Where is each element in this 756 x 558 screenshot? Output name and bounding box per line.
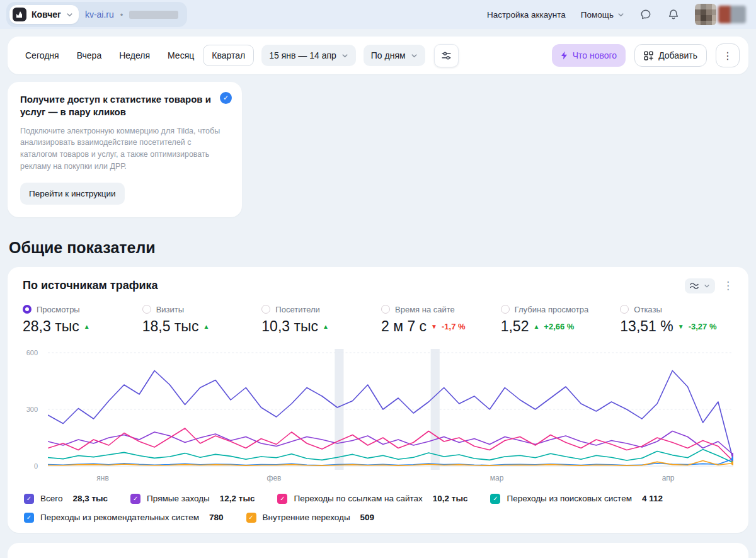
metric-radio-visits[interactable] [142,305,151,314]
help-menu[interactable]: Помощь [581,10,624,20]
trend-arrow-icon: ▲ [533,323,539,330]
legend-value: 10,2 тыс [433,494,468,503]
metric-bounce-rate[interactable]: Отказы13,51 %▼-3,27 % [620,305,733,335]
add-grid-icon [644,51,653,60]
help-label: Помощь [581,10,614,20]
sliders-icon [441,50,452,61]
period-toolbar: СегодняВчераНеделяМесяцКвартал 15 янв — … [8,37,748,74]
x-axis-label: апр [662,474,675,482]
metric-label: Посетители [275,305,320,314]
granularity-selector[interactable]: По дням [364,45,425,66]
legend-label: Переходы по ссылкам на сайтах [294,494,422,503]
metric-value: 18,5 тыс▲ [142,318,256,335]
legend-checkbox-internal[interactable]: ✓ [246,513,256,523]
metric-delta: -1,7 % [442,322,466,331]
legend-checkbox-total[interactable]: ✓ [24,494,34,504]
metric-delta: +2,66 % [544,322,574,331]
traffic-chart-svg [48,349,733,470]
legend-checkbox-site-links[interactable]: ✓ [277,494,287,504]
widget-kebab-menu[interactable]: ⋮ [723,279,733,292]
header-right: Настройка аккаунта Помощь [487,4,746,25]
period-tab-today[interactable]: Сегодня [16,45,68,66]
y-axis-tick-label: 300 [26,406,38,413]
metric-radio-time-on-site[interactable] [381,305,390,314]
metric-visitors[interactable]: Посетители10,3 тыс▲ [261,305,375,335]
legend-item-site-links: ✓Переходы по ссылкам на сайтах10,2 тыс [277,494,467,504]
legend-checkbox-direct[interactable]: ✓ [130,494,140,504]
y-axis-tick-label: 0 [34,462,38,470]
legend-value: 28,3 тыс [72,494,108,503]
trend-arrow-icon: ▲ [323,323,329,330]
date-range-selector[interactable]: 15 янв — 14 апр [261,45,356,66]
metric-label: Просмотры [37,305,80,314]
promo-instruction-button[interactable]: Перейти к инструкции [20,183,125,205]
metric-label: Отказы [634,305,662,314]
metric-pageviews[interactable]: Просмотры28,3 тыс▲ [23,305,136,335]
site-link[interactable]: kv-ai.ru [85,9,114,20]
legend-label: Всего [40,494,62,503]
add-widget-button[interactable]: Добавить [634,44,707,67]
metric-time-on-site[interactable]: Время на сайте2 м 7 с▼-1,7 % [381,305,495,335]
ecommerce-promo-card: Получите доступ к статистике товаров и у… [8,82,242,217]
bell-icon[interactable] [667,8,680,21]
y-axis-tick-label: 600 [26,349,38,356]
trend-arrow-icon: ▼ [678,323,684,330]
top-header: Ковчег kv-ai.ru • Настройка аккаунта Пом… [0,0,756,29]
add-label: Добавить [658,50,697,60]
legend-item-internal: ✓Внутренние переходы509 [246,513,375,523]
legend-item-total: ✓Всего28,3 тыс [24,494,108,504]
promo-body: Подключите электронную коммерцию для Til… [20,125,229,173]
trend-arrow-icon: ▲ [84,323,90,330]
metric-radio-depth[interactable] [501,305,510,314]
granularity-label: По дням [371,50,406,60]
account-settings-link[interactable]: Настройка аккаунта [487,10,566,20]
chevron-down-icon [66,11,73,18]
metric-radio-bounce-rate[interactable] [620,305,629,314]
metric-radio-pageviews[interactable] [23,305,32,314]
line-chart-icon [690,282,700,290]
chevron-down-icon [341,52,348,59]
metric-label: Визиты [156,305,184,314]
period-tab-month[interactable]: Месяц [159,45,203,66]
x-axis-label: мар [490,474,504,482]
metric-visits[interactable]: Визиты18,5 тыс▲ [142,305,256,335]
lightning-icon [561,51,568,60]
metric-value: 2 м 7 с▼-1,7 % [381,318,495,335]
legend-label: Переходы из поисковых систем [507,494,631,503]
toolbar-kebab-menu[interactable]: ⋮ [716,43,740,67]
whats-new-button[interactable]: Что нового [552,44,626,67]
metric-depth[interactable]: Глубина просмотра1,52▲+2,66 % [501,305,614,335]
chart-legend: ✓Всего28,3 тыс✓Прямые заходы12,2 тыс✓Пер… [23,494,733,523]
metrics-row: Просмотры28,3 тыс▲Визиты18,5 тыс▲Посетит… [23,305,733,335]
chart-type-selector[interactable] [685,278,715,293]
period-tab-quarter[interactable]: Квартал [203,45,254,66]
separator-dot: • [120,10,123,20]
traffic-chart[interactable]: 0300600 янвфевмарапр [23,349,733,486]
counter-selector[interactable]: Ковчег [9,5,79,24]
metric-label: Глубина просмотра [515,305,589,314]
legend-value: 12,2 тыс [220,494,255,503]
segment-filter-button[interactable] [434,44,459,67]
whats-new-label: Что нового [573,50,617,60]
next-widget-strip [8,543,748,558]
period-tab-yesterday[interactable]: Вчера [68,45,111,66]
user-avatar[interactable] [695,4,746,25]
legend-item-direct: ✓Прямые заходы12,2 тыс [130,494,255,504]
trend-arrow-icon: ▲ [203,323,209,330]
metric-value: 10,3 тыс▲ [261,318,375,335]
widget-title: По источникам трафика [23,279,158,292]
chevron-down-icon [704,283,710,289]
x-axis-label: фев [267,474,282,482]
account-settings-label: Настройка аккаунта [487,10,566,20]
chart-plot-area: янвфевмарапр [48,349,733,486]
avatar-pixelated-image [695,4,716,25]
legend-item-recommend: ✓Переходы из рекомендательных систем780 [24,513,224,523]
metric-radio-visitors[interactable] [261,305,270,314]
period-tab-week[interactable]: Неделя [110,45,159,66]
legend-checkbox-search[interactable]: ✓ [490,494,500,504]
legend-checkbox-recommend[interactable]: ✓ [24,513,34,523]
legend-label: Внутренние переходы [263,513,350,522]
page-section-title: Общие показатели [9,239,756,257]
chat-icon[interactable] [639,8,652,21]
metric-label: Время на сайте [395,305,455,314]
